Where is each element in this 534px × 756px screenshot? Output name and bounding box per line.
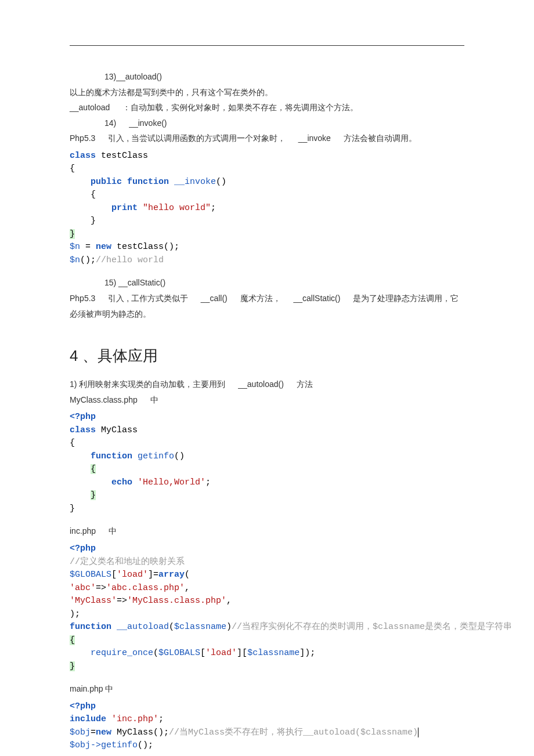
file-label-inc: inc.php 中 [70,523,464,539]
item-14-label: 14) __invoke() [70,115,464,131]
code-token: { [70,438,75,448]
code-token: __invoke [174,177,216,187]
text-segment: 中 [150,395,158,404]
callstatic-keyword: __callStatic() [294,291,341,306]
code-token: -> [91,740,101,750]
file-label-main: main.php 中 [70,681,464,697]
code-token: $n [70,242,80,252]
code-token: //当程序实例化不存在的类时调用，$classname是类名，类型是字符串 [232,622,512,632]
code-token: MyClass(); [111,728,169,737]
filename: MyClass.class.php [70,392,138,408]
text-segment: 魔术方法， [240,291,281,306]
code-token: (); [138,740,153,750]
autoload-keyword: __autoload [70,100,110,115]
php-version: Php5.3 [70,131,95,146]
text-segment: 引入 , 当尝试以调用函数的方式调用一个对象时， [108,131,286,146]
code-token: ]); [300,648,315,658]
code-token: { [91,190,96,200]
text-segment: 方法会被自动调用。 [344,133,417,143]
code-token: echo [111,478,138,487]
code-token: { [70,635,75,645]
code-token: require_once [91,648,153,658]
code-token: , [185,583,190,593]
code-token: $obj [70,740,91,750]
filename: inc.php [70,523,96,539]
section-4-p1: 1) 利用映射来实现类的自动加载，主要用到 __autoload() 方法 [70,377,464,392]
code-token: <?php [70,412,96,422]
code-token: $n [70,255,80,265]
code-token: 'inc.php' [111,714,158,724]
section-4-heading: 4 、具体应用 [70,346,464,366]
code-token: function [70,622,117,632]
code-token: 'Hello,World' [138,478,205,487]
document-page: 13)__autoload() 以上的魔术方法都是写到类中的，只有这个写在类外的… [0,0,534,756]
top-rule [70,45,464,46]
code-block-invoke: class testClass { public function __invo… [70,150,464,267]
code-token: $classname [247,648,300,658]
code-token: = [91,728,96,737]
text-segment: 方法 [297,379,313,389]
code-token: } [91,216,96,226]
code-block-main: <?php include 'inc.php'; $obj=new MyClas… [70,700,464,753]
code-token: = [80,242,96,252]
code-token: 'MyClass.class.php' [127,596,226,606]
code-token: class [70,425,96,435]
code-token: include [70,714,111,724]
code-token: $GLOBALS [158,648,200,658]
code-token: ][ [237,648,247,658]
code-token: __autoload [117,622,169,632]
text-segment: 1) 利用映射来实现类的自动加载，主要用到 [70,377,225,392]
code-token: new [96,728,111,737]
code-token: ) [226,622,232,632]
code-token: => [96,583,106,593]
code-token: ; [211,203,216,213]
code-token: new [96,242,111,252]
file-label-myclass: MyClass.class.php 中 [70,392,464,408]
code-token: 'abc.class.php' [106,583,185,593]
item-15-desc: Php5.3 引入 , 工作方式类似于 __call() 魔术方法， __cal… [70,291,464,321]
code-token: 'abc' [70,583,96,593]
code-token: ; [205,478,211,487]
item-13-desc-2: __autoload ：自动加载，实例化对象时，如果类不存在，将先调用这个方法。 [70,100,464,115]
code-token: //定义类名和地址的映射关系 [70,557,185,567]
code-token: (); [80,255,96,265]
code-token: //hello world [96,255,164,265]
code-block-myclass: <?php class MyClass { function getinfo()… [70,411,464,515]
code-token: ( [169,622,174,632]
code-token: //当MyClass类不存在时，将执行__autoload($classname… [169,728,418,737]
code-token: function [91,451,138,461]
code-token: 'load' [205,648,237,658]
text-segment: 中 [109,526,117,536]
code-token: getinfo [101,740,138,750]
code-token: testClass(); [111,242,179,252]
code-token: $GLOBALS [70,570,111,580]
code-token: [ [111,570,117,580]
cursor-caret [418,728,418,737]
code-token: } [70,229,75,239]
invoke-keyword: __invoke [298,131,331,146]
code-token: [ [200,648,205,658]
code-token: } [70,504,75,513]
code-token: "hello world" [143,203,211,213]
code-token: ( [185,570,190,580]
code-block-inc: <?php //定义类名和地址的映射关系 $GLOBALS['load']=ar… [70,542,464,673]
item-14-num: 14) [104,115,116,131]
item-14-name: __invoke() [129,118,167,128]
code-token: $classname [174,622,226,632]
code-token: ; [158,714,164,724]
code-token: { [91,464,96,474]
code-token: 'MyClass' [70,596,117,606]
code-token: <?php [70,544,96,554]
code-token: array [158,570,185,580]
code-token: } [91,490,96,500]
code-token: ); [70,609,80,619]
code-token: } [70,661,75,671]
autoload-keyword: __autoload() [238,377,284,392]
code-token: print [111,203,143,213]
code-token: { [70,164,75,173]
code-token: ]= [148,570,158,580]
item-13-label: 13)__autoload() [70,69,464,85]
text-segment: 引入 , 工作方式类似于 [108,291,188,306]
item-15-label: 15) __callStatic() [70,275,464,291]
code-token: 'load' [117,570,148,580]
